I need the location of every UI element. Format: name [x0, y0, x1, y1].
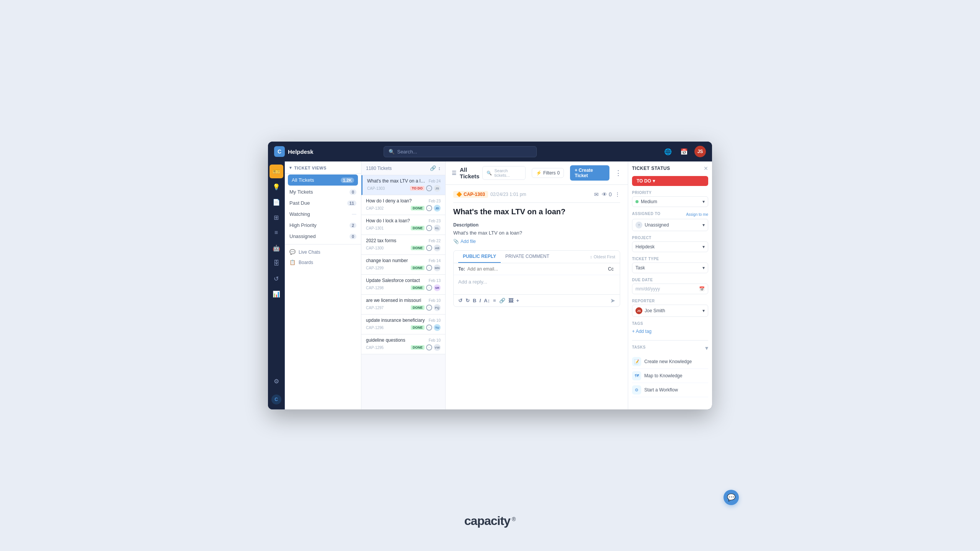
- link-icon[interactable]: 🔗: [430, 165, 436, 171]
- ticket-item[interactable]: Update Salesforce contact Feb 13 CAP-129…: [361, 275, 445, 295]
- ticket-item[interactable]: guideline questions Feb 10 CAP-1295 DONE…: [361, 334, 445, 354]
- assigned-to-select[interactable]: ? Unassigned ▾: [632, 219, 708, 231]
- add-file-button[interactable]: 📎 Add file: [453, 239, 620, 244]
- assign-to-me-button[interactable]: Assign to me: [686, 212, 708, 217]
- task-item-start-workflow[interactable]: ⚙ Start a Workflow: [632, 383, 708, 397]
- description-section: Description What's the max LTV on a loan…: [453, 222, 620, 244]
- ticket-item[interactable]: How do I lock a loan? Feb 23 CAP-1301 DO…: [361, 215, 445, 235]
- assignee-avatar: SR: [434, 284, 441, 291]
- sidebar-item-bulb[interactable]: 💡: [270, 180, 283, 194]
- ticket-item[interactable]: What's the max LTV on a loan? Feb 24 CAP…: [361, 175, 445, 195]
- status-todo-button[interactable]: TO DO ▾: [632, 176, 708, 186]
- more-icon[interactable]: ⋮: [615, 191, 620, 197]
- bold-button[interactable]: B: [473, 298, 476, 303]
- ticket-item[interactable]: change loan number Feb 14 CAP-1299 DONE …: [361, 255, 445, 275]
- link-button[interactable]: 🔗: [499, 298, 505, 303]
- calendar-icon[interactable]: 📅: [678, 146, 690, 157]
- reporter-avatar: JS: [635, 307, 642, 314]
- sidebar-item-chart[interactable]: 📊: [270, 287, 283, 301]
- right-panel: TICKET STATUS ✕ TO DO ▾ PRIORITY Medium …: [628, 161, 712, 409]
- image-button[interactable]: 🖼: [508, 298, 513, 303]
- status-circle-icon: −: [426, 324, 432, 331]
- undo-button[interactable]: ↺: [458, 298, 462, 303]
- reporter-select[interactable]: JS Joe Smith ▾: [632, 305, 708, 317]
- add-tag-button[interactable]: + Add tag: [632, 327, 708, 336]
- status-circle-icon: −: [426, 225, 432, 231]
- globe-icon[interactable]: 🌐: [662, 146, 674, 157]
- reply-to-field: To: Cc: [454, 263, 620, 275]
- search-tickets-box[interactable]: 🔍 Search tickets...: [482, 166, 525, 180]
- sidebar-item-highlight[interactable]: 🎫: [270, 165, 283, 178]
- filter-button[interactable]: ⚡ Filters 0: [532, 168, 564, 178]
- priority-dot: [635, 200, 639, 203]
- ticket-type-select[interactable]: Task ▾: [632, 262, 708, 273]
- sidebar-item-grid[interactable]: ⊞: [270, 210, 283, 224]
- sort-label: ↕ Oldest First: [590, 251, 615, 263]
- due-date-input[interactable]: mm/dd/yyyy 📅: [632, 284, 708, 294]
- sidebar-item-layers[interactable]: ≡: [270, 226, 283, 240]
- tab-private-comment[interactable]: PRIVATE COMMENT: [501, 251, 554, 263]
- ticket-detail-header: 🔶 CAP-1303 02/24/23 1:01 pm ✉ 👁 0 ⋮: [453, 191, 620, 203]
- ticket-item[interactable]: How do I deny a loan? Feb 23 CAP-1302 DO…: [361, 195, 445, 215]
- boards-icon: 📋: [289, 259, 296, 265]
- sort-icon[interactable]: ↕: [438, 165, 441, 171]
- task-item-map-knowledge[interactable]: 🗺 Map to Knowledge: [632, 369, 708, 383]
- redo-button[interactable]: ↻: [466, 298, 470, 303]
- user-avatar[interactable]: JS: [694, 146, 706, 157]
- sidebar-item-database[interactable]: 🗄: [270, 256, 283, 270]
- nav-sub-live-chats[interactable]: 💬 Live Chats: [285, 247, 361, 257]
- status-circle-icon: −: [426, 265, 432, 271]
- cc-button[interactable]: Cc: [608, 266, 614, 272]
- tickets-actions: 🔗 ↕: [430, 165, 441, 171]
- nav-item-all-tickets[interactable]: All Tickets 1.2K: [288, 174, 358, 186]
- ticket-detail: 🔶 CAP-1303 02/24/23 1:01 pm ✉ 👁 0 ⋮ What…: [446, 185, 628, 409]
- nav-item-past-due[interactable]: Past Due 11: [285, 197, 361, 209]
- tab-public-reply[interactable]: PUBLIC REPLY: [458, 251, 501, 263]
- nav-sub-boards[interactable]: 📋 Boards: [285, 257, 361, 267]
- global-search-box[interactable]: 🔍 Search...: [384, 146, 537, 157]
- description-text: What's the max LTV on a loan?: [453, 230, 620, 236]
- nav-item-unassigned[interactable]: Unassigned 0: [285, 231, 361, 242]
- assignee-avatar: VW: [434, 344, 441, 351]
- nav-divider: [285, 244, 361, 245]
- email-icon[interactable]: ✉: [594, 191, 599, 197]
- reply-toolbar: ↺ ↻ B I A↕ ≡ 🔗 🖼 + ➤: [454, 294, 620, 306]
- calendar-icon: 📅: [699, 286, 705, 292]
- hamburger-icon: ☰: [452, 170, 457, 176]
- sidebar-item-settings[interactable]: ⚙: [270, 374, 283, 388]
- ticket-item[interactable]: 2022 tax forms Feb 22 CAP-1300 DONE − AB: [361, 235, 445, 255]
- nav-item-high-priority[interactable]: High Priority 2: [285, 220, 361, 231]
- nav-badge-all: 1.2K: [341, 178, 354, 183]
- sidebar-item-history[interactable]: ↺: [270, 272, 283, 285]
- close-button[interactable]: ✕: [704, 165, 708, 171]
- assignee-avatar: TU: [434, 324, 441, 331]
- ticket-item[interactable]: update insurance beneficiary Feb 10 CAP-…: [361, 315, 445, 334]
- more-options-button[interactable]: ⋮: [615, 169, 622, 177]
- assignee-avatar: MN: [434, 264, 441, 271]
- ticket-item[interactable]: are we licensed in missouri Feb 10 CAP-1…: [361, 295, 445, 315]
- main-layout: 🎫 💡 📄 ⊞ ≡ 🤖 🗄 ↺ 📊 ⚙ C ▾ Ticket Views All…: [268, 161, 712, 409]
- eye-icon[interactable]: 👁 0: [602, 191, 612, 197]
- sidebar-item-bot[interactable]: 🤖: [270, 241, 283, 255]
- create-ticket-button[interactable]: + Create Ticket: [570, 165, 609, 181]
- map-knowledge-icon: 🗺: [632, 371, 641, 380]
- reply-text-area[interactable]: Add a reply...: [454, 275, 620, 294]
- priority-select[interactable]: Medium ▾: [632, 196, 708, 207]
- indent-button[interactable]: ≡: [493, 298, 496, 303]
- task-item-create-knowledge[interactable]: 📝 Create new Knowledge: [632, 355, 708, 369]
- search-icon: 🔍: [487, 171, 492, 176]
- font-size-button[interactable]: A↕: [484, 298, 490, 303]
- brand-registered: ®: [512, 516, 516, 522]
- nav-item-my-tickets[interactable]: My Tickets 0: [285, 186, 361, 197]
- reply-to-input[interactable]: [467, 266, 608, 272]
- chevron-down-icon: ▾: [702, 199, 705, 204]
- more-format-button[interactable]: +: [516, 298, 519, 303]
- send-button[interactable]: ➤: [610, 297, 615, 304]
- sort-icon: ↕: [590, 254, 592, 259]
- nav-item-watching[interactable]: Watching: [285, 209, 361, 220]
- create-knowledge-icon: 📝: [632, 357, 641, 366]
- italic-button[interactable]: I: [479, 298, 481, 303]
- sidebar-item-docs[interactable]: 📄: [270, 195, 283, 209]
- chat-bubble-button[interactable]: 💬: [724, 490, 739, 505]
- project-select[interactable]: Helpdesk ▾: [632, 241, 708, 252]
